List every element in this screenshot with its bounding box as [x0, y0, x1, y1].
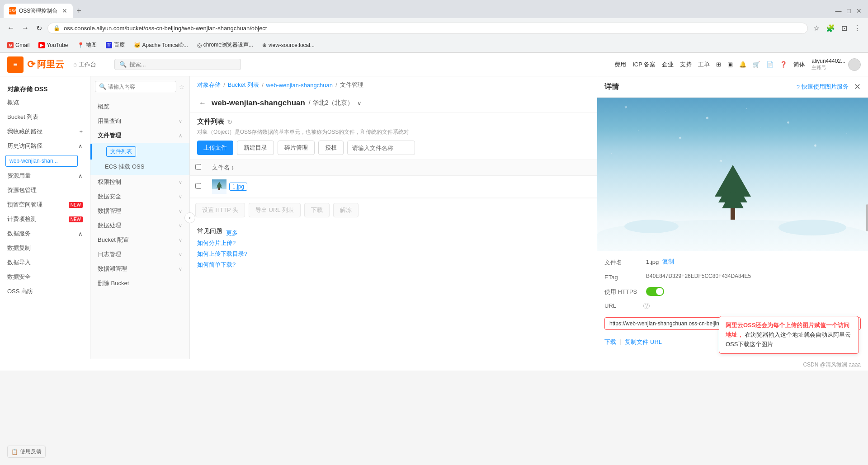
- nav-cart[interactable]: 🛒: [753, 61, 760, 68]
- sidebar-item-overview[interactable]: 概览: [0, 95, 90, 110]
- menu-bucket-config[interactable]: Bucket 配置 ∨: [90, 233, 189, 247]
- menu-log-manage[interactable]: 日志管理 ∨: [90, 247, 189, 262]
- hamburger-menu-button[interactable]: ≡: [7, 56, 24, 73]
- bookmark-gmail[interactable]: G Gmail: [5, 41, 31, 49]
- breadcrumb-bucket-name[interactable]: web-wenjian-shangchuan: [266, 82, 333, 89]
- sidebar-data-import[interactable]: 数据导入: [0, 255, 90, 270]
- tab-minimize-icon[interactable]: —: [833, 7, 844, 14]
- url-download-link[interactable]: 下载: [604, 338, 616, 346]
- menu-ecs-mount[interactable]: ECS 挂载 OSS: [90, 160, 189, 174]
- quick-use-link[interactable]: ? 快速使用图片服务: [797, 83, 849, 91]
- refresh-button[interactable]: ↻: [34, 22, 44, 34]
- star-button[interactable]: ☆: [179, 83, 185, 90]
- menu-datalake[interactable]: 数据湖管理 ∨: [90, 262, 189, 276]
- faq-more-link[interactable]: 更多: [226, 229, 238, 237]
- address-bar[interactable]: 🔒 oss.console.aliyun.com/bucket/oss-cn-b…: [47, 23, 808, 34]
- user-avatar[interactable]: [848, 58, 861, 71]
- tab-close-button[interactable]: ✕: [62, 7, 67, 14]
- sidebar-oss-ddos[interactable]: OSS 高防: [0, 284, 90, 299]
- menu-overview[interactable]: 概览: [90, 99, 189, 114]
- sidebar-resources[interactable]: 资源用量 ∧: [0, 169, 90, 183]
- new-dir-button[interactable]: 新建目录: [237, 141, 274, 155]
- detail-close-button[interactable]: ✕: [854, 82, 861, 92]
- nav-fee[interactable]: 费用: [614, 61, 626, 69]
- tab-close-icon[interactable]: ✕: [854, 7, 864, 14]
- nav-icon1[interactable]: ⊞: [716, 61, 721, 68]
- bookmark-maps[interactable]: 📍 地图: [75, 40, 99, 50]
- breadcrumb-bucket-list[interactable]: Bucket 列表: [228, 81, 259, 89]
- middle-search-input[interactable]: [108, 84, 172, 90]
- sidebar-data-copy[interactable]: 数据复制: [0, 241, 90, 255]
- history-item-link[interactable]: web-wenjian-shan...: [5, 155, 78, 167]
- menu-file-manage[interactable]: 文件管理 ∧: [90, 128, 189, 143]
- menu-delete-bucket[interactable]: 删除 Bucket: [90, 276, 189, 291]
- sidebar-favorites[interactable]: 我收藏的路径 +: [0, 124, 90, 139]
- copy-filename-button[interactable]: 复制: [662, 258, 674, 266]
- nav-support[interactable]: 支持: [680, 61, 692, 69]
- menu-data-process[interactable]: 数据处理 ∨: [90, 218, 189, 233]
- panel-region-dropdown[interactable]: ∨: [357, 100, 362, 107]
- extensions-button[interactable]: 🧩: [824, 22, 837, 34]
- active-tab[interactable]: OSS OSS管理控制台 ✕: [4, 4, 73, 18]
- nav-search[interactable]: 🔍: [114, 59, 241, 70]
- menu-data-manage[interactable]: 数据管理 ∨: [90, 204, 189, 218]
- search-input[interactable]: [129, 61, 236, 68]
- sidebar-resource-pkg[interactable]: 资源包管理: [0, 183, 90, 197]
- export-url-button[interactable]: 导出 URL 列表: [249, 203, 301, 217]
- sidebar-data-service[interactable]: 数据服务 ∧: [0, 226, 90, 241]
- new-tab-button[interactable]: +: [73, 5, 85, 18]
- nav-lang[interactable]: 简体: [793, 61, 805, 69]
- bookmark-tomcat[interactable]: 🐱 Apache Tomcat®...: [132, 41, 190, 49]
- nav-doc[interactable]: 📄: [766, 61, 774, 68]
- sidebar-data-security[interactable]: 数据安全: [0, 270, 90, 284]
- nav-ticket[interactable]: 工单: [698, 61, 710, 69]
- select-all-checkbox[interactable]: [195, 164, 201, 170]
- nav-icon2[interactable]: ▣: [727, 61, 733, 68]
- menu-usage[interactable]: 用量查询 ∨: [90, 114, 189, 128]
- nav-bell[interactable]: 🔔: [739, 61, 746, 68]
- url-copy-link[interactable]: 复制文件 URL: [625, 338, 662, 346]
- menu-file-list[interactable]: 文件列表: [90, 144, 189, 160]
- download-button[interactable]: 下载: [304, 203, 330, 217]
- file-checkbox[interactable]: [195, 183, 201, 189]
- https-toggle-switch[interactable]: [646, 287, 664, 296]
- nav-enterprise[interactable]: 企业: [662, 61, 674, 69]
- panel-back-button[interactable]: ←: [197, 97, 208, 109]
- sidebar-item-bucket-list[interactable]: Bucket 列表: [0, 110, 90, 124]
- more-button[interactable]: ⋮: [852, 22, 863, 34]
- sidebar-reserved-space[interactable]: 预留空间管理 NEW: [0, 197, 90, 212]
- home-link[interactable]: ⌂ 工作台: [70, 59, 100, 70]
- faq-item-2[interactable]: 如何上传下载目录?: [197, 250, 590, 258]
- authorize-button[interactable]: 授权: [318, 141, 344, 155]
- sidebar-billing-check[interactable]: 计费项检测 NEW: [0, 212, 90, 226]
- filename-search-input[interactable]: [347, 141, 415, 155]
- bookmark-chrome[interactable]: ◎ chrome浏览器设声...: [195, 40, 255, 50]
- bookmark-viewsource[interactable]: ⊕ view-source:local...: [260, 41, 316, 49]
- faq-item-3[interactable]: 如何简单下载?: [197, 261, 590, 269]
- bookmark-baidu[interactable]: 百 百度: [104, 40, 127, 50]
- user-info[interactable]: aliyun44402... 主账号: [811, 58, 861, 71]
- nav-help[interactable]: ❓: [780, 61, 787, 68]
- sidebar-history[interactable]: 历史访问路径 ∧: [0, 139, 90, 153]
- bookmark-star-button[interactable]: ☆: [811, 22, 821, 34]
- url-help-icon[interactable]: ?: [643, 303, 650, 309]
- collapse-button[interactable]: ‹: [184, 212, 195, 223]
- file-table-name-header[interactable]: 文件名 ↕: [207, 160, 597, 176]
- unfreeze-button[interactable]: 解冻: [333, 203, 359, 217]
- bookmark-youtube[interactable]: ▶ YouTube: [37, 41, 70, 49]
- tab-restore-icon[interactable]: □: [844, 7, 854, 14]
- menu-data-security[interactable]: 数据安全 ∨: [90, 189, 189, 204]
- back-button[interactable]: ←: [5, 22, 16, 34]
- menu-permission[interactable]: 权限控制 ∨: [90, 175, 189, 189]
- profile-button[interactable]: ⊡: [840, 22, 849, 34]
- set-http-header-button[interactable]: 设置 HTTP 头: [195, 203, 245, 217]
- fragment-manage-button[interactable]: 碎片管理: [278, 141, 315, 155]
- file-name-link[interactable]: 1.jpg: [229, 183, 247, 191]
- breadcrumb-storage[interactable]: 对象存储: [197, 81, 221, 89]
- nav-icp[interactable]: ICP 备案: [632, 61, 656, 69]
- upload-button[interactable]: 上传文件: [197, 141, 233, 155]
- middle-search-box[interactable]: 🔍: [95, 81, 176, 92]
- faq-item-1[interactable]: 如何分片上传?: [197, 239, 590, 247]
- refresh-icon[interactable]: ↻: [227, 118, 232, 126]
- forward-button[interactable]: →: [20, 22, 31, 34]
